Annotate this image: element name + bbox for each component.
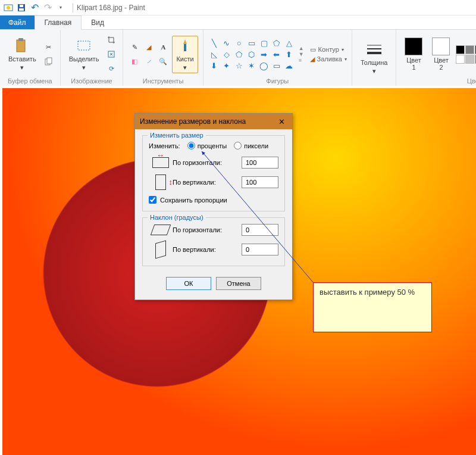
- annotation-text: выставить к примеру 50 %: [320, 288, 415, 297]
- paste-button[interactable]: Вставить ▾: [5, 36, 40, 73]
- skew-vert-icon: [155, 241, 166, 259]
- shape-rarrow[interactable]: ➡: [258, 49, 270, 60]
- svg-point-1: [7, 6, 10, 10]
- tab-home[interactable]: Главная: [35, 15, 82, 30]
- shape-hexagon[interactable]: ⬡: [246, 49, 258, 60]
- shape-roundrect[interactable]: ▢: [258, 38, 270, 48]
- cancel-button[interactable]: Отмена: [216, 277, 261, 290]
- palette-swatch[interactable]: [465, 55, 474, 64]
- svg-rect-6: [18, 38, 23, 41]
- keep-ratio-checkbox[interactable]: [149, 196, 156, 204]
- palette-swatch[interactable]: [456, 45, 465, 54]
- shape-star4[interactable]: ✦: [221, 60, 233, 71]
- radio-pixels-input[interactable]: [234, 142, 242, 149]
- color2-button[interactable]: Цвет 2: [428, 36, 453, 72]
- shape-callout-cloud[interactable]: ☁: [283, 60, 295, 71]
- shape-line[interactable]: ╲: [208, 38, 220, 48]
- tab-home-label: Главная: [45, 18, 72, 27]
- rotate-icon[interactable]: ⟳: [105, 62, 118, 75]
- app-icon[interactable]: [2, 2, 14, 14]
- palette-swatch[interactable]: [465, 45, 474, 54]
- skew-horiz-icon: [151, 225, 171, 235]
- shape-triangle[interactable]: △: [283, 38, 295, 48]
- tab-file[interactable]: Файл: [0, 15, 35, 29]
- copy-icon[interactable]: [42, 55, 55, 68]
- paste-icon: [14, 38, 30, 54]
- shapes-gallery[interactable]: ╲ ∿ ○ ▭ ▢ ⬠ △ ◺ ◇ ⬠ ⬡ ➡ ⬅ ⬆ ⬇ ✦ ☆ ✶ ◯ ▭: [208, 38, 295, 71]
- outline-icon: ▭: [310, 46, 316, 54]
- skew-legend: Наклон (градусы): [148, 214, 206, 221]
- brushes-button[interactable]: Кисти ▾: [172, 36, 198, 73]
- radio-pixels[interactable]: пиксели: [234, 142, 268, 149]
- shape-outline-button[interactable]: ▭Контур▾: [310, 46, 347, 54]
- magnifier-icon[interactable]: 🔍: [156, 55, 170, 68]
- shape-star6[interactable]: ✶: [246, 60, 258, 71]
- skew-vert-label: По вертикали:: [173, 246, 242, 253]
- brushes-label: Кисти: [176, 55, 193, 63]
- shape-callout-round[interactable]: ◯: [258, 60, 270, 71]
- chevron-down-icon: ▾: [20, 64, 24, 71]
- shape-oval[interactable]: ○: [233, 38, 245, 48]
- eyedropper-icon[interactable]: ⟋: [142, 55, 155, 68]
- tab-view[interactable]: Вид: [82, 15, 114, 29]
- redo-icon[interactable]: ↷: [42, 2, 54, 14]
- resize-fieldset: Изменить размер Изменить: проценты пиксе…: [142, 135, 285, 211]
- text-icon[interactable]: A: [156, 40, 170, 54]
- shape-star5[interactable]: ☆: [233, 60, 245, 71]
- select-button[interactable]: Выделить ▾: [65, 36, 103, 73]
- eraser-icon[interactable]: ◧: [128, 55, 141, 68]
- shape-uarrow[interactable]: ⬆: [283, 49, 295, 60]
- svg-rect-9: [78, 41, 90, 50]
- skew-horiz-label: По горизонтали:: [173, 226, 242, 233]
- fill-icon[interactable]: ◢: [142, 40, 155, 54]
- group-clipboard: Вставить ▾ ✂ Буфер обмена: [0, 30, 61, 86]
- select-label: Выделить: [69, 55, 99, 63]
- skew-vert-input[interactable]: [242, 244, 278, 255]
- shape-rect[interactable]: ▭: [246, 38, 258, 48]
- resize-icon[interactable]: [105, 48, 118, 61]
- shape-curve[interactable]: ∿: [221, 38, 233, 48]
- radio-percent[interactable]: проценты: [187, 142, 227, 149]
- pencil-icon[interactable]: ✎: [128, 40, 141, 54]
- undo-icon[interactable]: ↶: [29, 2, 40, 14]
- chevron-down-icon: ▾: [82, 64, 86, 71]
- chevron-down-icon: ▾: [372, 67, 376, 75]
- ribbon: Вставить ▾ ✂ Буфер обмена Выделить ▾ ⟳ И…: [0, 30, 476, 86]
- paste-label: Вставить: [8, 55, 36, 63]
- cut-icon[interactable]: ✂: [42, 40, 55, 54]
- crop-icon[interactable]: [105, 33, 118, 46]
- color1-button[interactable]: Цвет 1: [401, 36, 426, 72]
- gallery-down-icon[interactable]: ▼: [299, 51, 304, 57]
- save-icon[interactable]: [15, 2, 27, 14]
- shape-larrow[interactable]: ⬅: [271, 49, 283, 60]
- tab-view-label: Вид: [91, 18, 104, 27]
- qat-customize-icon[interactable]: ▾: [55, 2, 67, 14]
- shape-diamond[interactable]: ◇: [221, 49, 233, 60]
- radio-percent-label: проценты: [198, 142, 227, 149]
- dialog-titlebar[interactable]: Изменение размеров и наклона ✕: [135, 114, 292, 129]
- shape-darrow[interactable]: ⬇: [208, 60, 220, 71]
- group-colors: Цвет 1 Цвет 2 Цвета: [396, 30, 476, 86]
- shape-callout-rect[interactable]: ▭: [271, 60, 283, 71]
- resize-horiz-input[interactable]: [242, 157, 278, 169]
- fill-label: Заливка: [317, 55, 342, 63]
- resize-vert-icon: [155, 174, 166, 190]
- ok-button[interactable]: ОК: [166, 277, 211, 290]
- color1-swatch: [405, 38, 422, 55]
- shape-fill-button[interactable]: ◢Заливка▾: [310, 55, 347, 63]
- shape-rtriangle[interactable]: ◺: [208, 49, 220, 60]
- resize-vert-input[interactable]: [242, 176, 278, 188]
- chevron-down-icon: ▾: [183, 64, 187, 71]
- skew-horiz-input[interactable]: [242, 224, 278, 236]
- shape-pentagon[interactable]: ⬠: [233, 49, 245, 60]
- shape-polygon[interactable]: ⬠: [271, 38, 283, 48]
- resize-horiz-icon: [152, 157, 169, 168]
- resize-horiz-label: По горизонтали:: [173, 159, 242, 166]
- radio-percent-input[interactable]: [187, 142, 195, 149]
- close-icon[interactable]: ✕: [273, 116, 290, 127]
- gallery-more-icon[interactable]: ≡: [299, 57, 304, 63]
- group-image-label: Изображение: [71, 77, 112, 85]
- thickness-button[interactable]: Толщина ▾: [357, 40, 392, 76]
- gallery-up-icon[interactable]: ▲: [299, 45, 304, 51]
- palette-swatch[interactable]: [456, 55, 465, 64]
